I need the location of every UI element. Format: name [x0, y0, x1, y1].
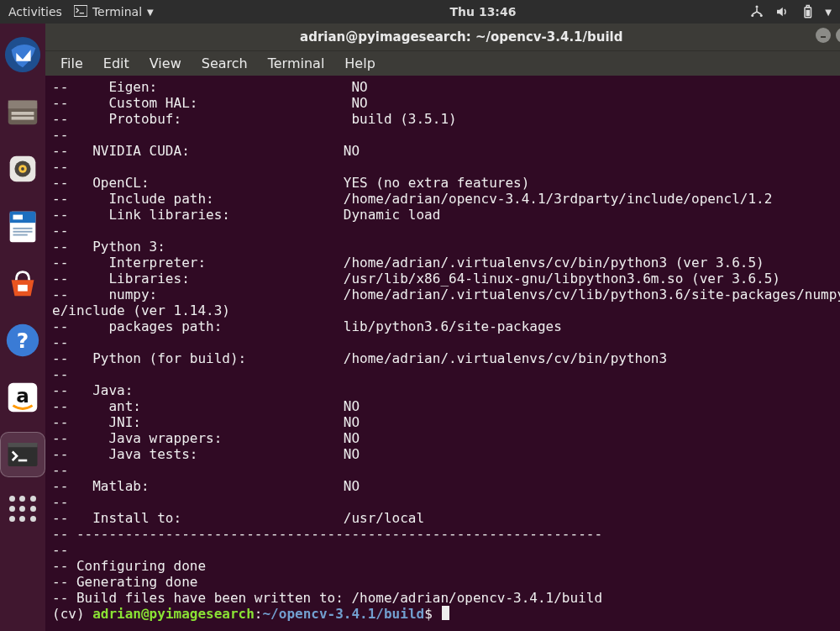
active-app-label: Terminal	[92, 5, 142, 18]
terminal-line: -- Python (for build): /home/adrian/.vir…	[52, 350, 840, 366]
files-launcher[interactable]	[0, 89, 45, 134]
menu-search[interactable]: Search	[202, 55, 248, 71]
window-title: adrian@pyimagesearch: ~/opencv-3.4.1/bui…	[300, 29, 622, 45]
terminal-window: adrian@pyimagesearch: ~/opencv-3.4.1/bui…	[45, 24, 840, 631]
terminal-line: -- Protobuf: build (3.5.1)	[52, 111, 840, 127]
volume-icon[interactable]	[774, 4, 790, 19]
svg-rect-11	[12, 112, 34, 115]
menu-help[interactable]: Help	[344, 55, 375, 71]
svg-text:a: a	[16, 385, 29, 407]
svg-rect-12	[12, 117, 34, 120]
chevron-down-icon: ▼	[147, 8, 154, 17]
clock[interactable]: Thu 13:46	[450, 5, 517, 18]
svg-rect-21	[13, 231, 33, 233]
terminal-line: -- Java tests: NO	[52, 446, 840, 462]
svg-rect-7	[806, 10, 811, 17]
terminal-line: --	[52, 223, 840, 239]
terminal-line: -- Custom HAL: NO	[52, 95, 840, 111]
show-applications-button[interactable]	[9, 496, 36, 522]
terminal-line: -- ant: NO	[52, 398, 840, 414]
svg-rect-10	[8, 101, 38, 109]
terminal-line: --	[52, 494, 840, 510]
terminal-line: -- Matlab: NO	[52, 478, 840, 494]
terminal-line: -- Include path: /home/adrian/opencv-3.4…	[52, 191, 840, 207]
terminal-cursor	[442, 606, 449, 620]
terminal-line: -- Java:	[52, 382, 840, 398]
terminal-line: --	[52, 462, 840, 478]
svg-point-3	[752, 14, 754, 17]
svg-rect-29	[8, 443, 38, 447]
svg-rect-22	[13, 234, 28, 236]
terminal-line: --	[52, 159, 840, 175]
terminal-line: -- Generating done	[52, 574, 840, 590]
terminal-line: --	[52, 542, 840, 558]
terminal-line: -- Interpreter: /home/adrian/.virtualenv…	[52, 255, 840, 271]
terminal-line: -- JNI: NO	[52, 414, 840, 430]
terminal-line: -- Eigen: NO	[52, 79, 840, 95]
terminal-line: -- Build files have been written to: /ho…	[52, 590, 840, 606]
active-app-menu[interactable]: Terminal ▼	[74, 5, 154, 19]
launcher-dock: ? a	[0, 24, 45, 631]
window-maximize-button[interactable]	[836, 28, 840, 43]
svg-rect-19	[13, 215, 24, 220]
network-icon[interactable]	[749, 4, 764, 19]
thunderbird-launcher[interactable]	[0, 32, 45, 77]
terminal-line: --	[52, 334, 840, 350]
system-menu-chevron-icon[interactable]: ▼	[825, 8, 832, 17]
menu-view[interactable]: View	[150, 55, 181, 71]
help-launcher[interactable]: ?	[0, 318, 45, 363]
terminal-output[interactable]: -- Eigen: NO-- Custom HAL: NO-- Protobuf…	[45, 76, 840, 631]
desktop-top-bar: Activities Terminal ▼ Thu 13:46 ▼	[0, 0, 840, 24]
terminal-line: --	[52, 127, 840, 143]
terminal-line: -- Configuring done	[52, 558, 840, 574]
terminal-line: -- NVIDIA CUDA: NO	[52, 143, 840, 159]
terminal-line: -- packages path: lib/python3.6/site-pac…	[52, 318, 840, 334]
window-minimize-button[interactable]	[816, 28, 831, 43]
terminal-line: -- Install to: /usr/local	[52, 510, 840, 526]
terminal-line: -- -------------------------------------…	[52, 526, 840, 542]
svg-rect-6	[807, 6, 810, 8]
amazon-launcher[interactable]: a	[0, 375, 45, 420]
rhythmbox-launcher[interactable]	[0, 146, 45, 192]
window-titlebar[interactable]: adrian@pyimagesearch: ~/opencv-3.4.1/bui…	[45, 24, 840, 50]
terminal-line: -- numpy: /home/adrian/.virtualenvs/cv/l…	[52, 287, 840, 302]
svg-rect-20	[13, 228, 33, 229]
terminal-prompt[interactable]: (cv) adrian@pyimagesearch:~/opencv-3.4.1…	[52, 606, 840, 622]
terminal-line: -- Python 3:	[52, 239, 840, 255]
terminal-line: -- Link libraries: Dynamic load	[52, 207, 840, 223]
svg-rect-0	[74, 5, 87, 16]
svg-point-2	[756, 6, 759, 8]
terminal-line: -- Java wrappers: NO	[52, 430, 840, 446]
terminal-line: e/include (ver 1.14.3)	[52, 302, 840, 318]
svg-point-16	[21, 167, 24, 171]
menu-terminal[interactable]: Terminal	[268, 55, 325, 71]
terminal-line: -- Libraries: /usr/lib/x86_64-linux-gnu/…	[52, 271, 840, 287]
terminal-icon	[74, 5, 87, 19]
terminal-launcher[interactable]	[0, 432, 45, 477]
svg-rect-23	[18, 285, 28, 292]
menu-edit[interactable]: Edit	[103, 55, 129, 71]
activities-button[interactable]: Activities	[8, 5, 62, 18]
svg-point-4	[760, 14, 763, 17]
terminal-line: -- OpenCL: YES (no extra features)	[52, 175, 840, 191]
terminal-line: --	[52, 366, 840, 382]
menu-file[interactable]: File	[60, 55, 83, 71]
svg-text:?: ?	[17, 329, 29, 353]
software-center-launcher[interactable]	[0, 260, 45, 306]
libreoffice-writer-launcher[interactable]	[0, 203, 45, 249]
battery-icon[interactable]	[800, 4, 815, 19]
terminal-menubar: File Edit View Search Terminal Help	[45, 50, 840, 76]
